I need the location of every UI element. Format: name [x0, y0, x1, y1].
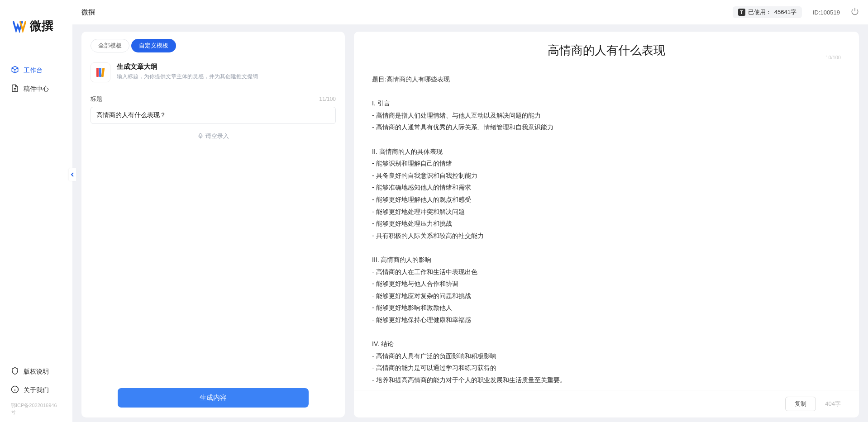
- result-header: 高情商的人有什么表现 10/100: [354, 32, 859, 64]
- result-title: 高情商的人有什么表现: [372, 43, 841, 58]
- result-counter: 10/100: [825, 55, 841, 60]
- sidebar-item-copyright[interactable]: 版权说明: [0, 362, 72, 381]
- left-panel: 全部模板 自定义模板 生成文章大纲 输入标题，为你提供文章主体的灵感，并为其创建…: [81, 32, 345, 417]
- right-panel: 高情商的人有什么表现 10/100 题目:高情商的人有哪些表现 I. 引言 - …: [354, 32, 859, 417]
- document-icon: [11, 84, 19, 94]
- left-panel-footer: 生成内容: [81, 381, 345, 417]
- logo-icon: [13, 19, 26, 33]
- app-title: 微撰: [81, 8, 95, 17]
- tab-custom-templates[interactable]: 自定义模板: [131, 39, 176, 52]
- usage-value: 45641字: [774, 8, 796, 16]
- form-section: 标题 11/100 请空录入: [81, 82, 345, 140]
- result-footer: 复制 404字: [354, 390, 859, 417]
- copy-button[interactable]: 复制: [785, 397, 816, 411]
- usage-badge[interactable]: T 已使用： 45641字: [733, 6, 802, 18]
- sidebar-item-workspace[interactable]: 工作台: [0, 61, 72, 80]
- voice-input-label: 请空录入: [205, 132, 229, 140]
- template-title: 生成文章大纲: [117, 62, 258, 71]
- sidebar-item-label: 稿件中心: [24, 85, 49, 93]
- user-id: ID:100519: [813, 9, 840, 16]
- sidebar-item-about[interactable]: 关于我们: [0, 381, 72, 399]
- template-books-icon: [91, 62, 110, 82]
- word-count: 404字: [825, 400, 841, 408]
- tab-all-templates[interactable]: 全部模板: [91, 39, 129, 52]
- template-tabs: 全部模板 自定义模板: [81, 32, 345, 52]
- sidebar-item-label: 工作台: [24, 66, 43, 75]
- template-info: 生成文章大纲 输入标题，为你提供文章主体的灵感，并为其创建推文提纲: [117, 62, 258, 81]
- title-char-count: 11/100: [319, 96, 336, 102]
- sidebar-nav: 工作台 稿件中心: [0, 43, 72, 362]
- usage-prefix: 已使用：: [748, 8, 772, 16]
- svg-rect-5: [101, 68, 105, 77]
- top-header: 微撰 T 已使用： 45641字 ID:100519: [72, 0, 868, 24]
- sidebar-item-drafts[interactable]: 稿件中心: [0, 80, 72, 98]
- sidebar: 微撰 工作台 稿件中心 版权说明 关于我们 鄂ICP备2: [0, 0, 72, 422]
- result-body[interactable]: 题目:高情商的人有哪些表现 I. 引言 - 高情商是指人们处理情绪、与他人互动以…: [354, 64, 859, 390]
- sidebar-item-label: 关于我们: [24, 386, 49, 394]
- logo: 微撰: [0, 0, 72, 43]
- info-icon: [11, 385, 19, 395]
- template-card: 生成文章大纲 输入标题，为你提供文章主体的灵感，并为其创建推文提纲: [91, 62, 336, 82]
- icp-text: 鄂ICP备2022016946号: [0, 399, 72, 418]
- svg-rect-6: [200, 133, 201, 137]
- svg-rect-4: [99, 68, 101, 77]
- title-input[interactable]: [91, 107, 336, 124]
- logo-text: 微撰: [30, 18, 53, 34]
- sidebar-item-label: 版权说明: [24, 368, 49, 376]
- shield-icon: [11, 367, 19, 376]
- text-count-icon: T: [738, 9, 745, 16]
- header-right: T 已使用： 45641字 ID:100519: [733, 6, 859, 18]
- cube-icon: [11, 66, 19, 75]
- main: 全部模板 自定义模板 生成文章大纲 输入标题，为你提供文章主体的灵感，并为其创建…: [81, 32, 859, 417]
- generate-button[interactable]: 生成内容: [118, 388, 309, 408]
- voice-input-button[interactable]: 请空录入: [91, 132, 336, 140]
- sidebar-collapse-handle[interactable]: [69, 168, 76, 181]
- title-label: 标题: [91, 95, 102, 103]
- svg-rect-3: [96, 68, 99, 77]
- template-desc: 输入标题，为你提供文章主体的灵感，并为其创建推文提纲: [117, 73, 258, 81]
- sidebar-bottom: 版权说明 关于我们 鄂ICP备2022016946号: [0, 362, 72, 422]
- power-icon[interactable]: [851, 7, 859, 17]
